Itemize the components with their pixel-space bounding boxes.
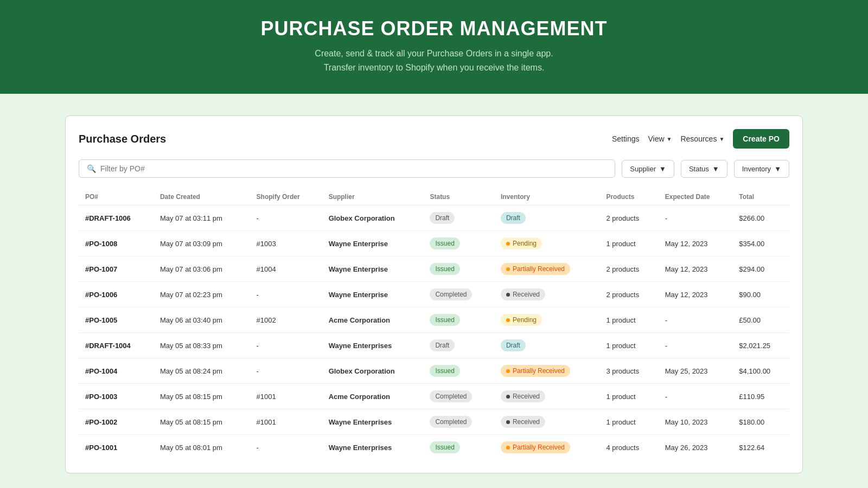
cell-supplier: Acme Corporation: [322, 307, 424, 333]
cell-supplier: Acme Corporation: [322, 384, 424, 409]
cell-supplier: Globex Corporation: [322, 358, 424, 384]
cell-po-num: #PO-1004: [79, 358, 154, 384]
cell-expected-date: May 26, 2023: [659, 435, 732, 460]
create-po-button[interactable]: Create PO: [733, 129, 789, 149]
view-chevron-icon: ▼: [667, 136, 672, 142]
cell-total: $4,100.00: [732, 358, 789, 384]
cell-status: Issued: [423, 256, 494, 282]
table-row[interactable]: #PO-1003 May 05 at 08:15 pm #1001 Acme C…: [79, 384, 789, 409]
cell-total: $90.00: [732, 282, 789, 307]
table-row[interactable]: #PO-1001 May 05 at 08:01 pm - Wayne Ente…: [79, 435, 789, 460]
cell-total: $2,021.25: [732, 333, 789, 358]
table-row[interactable]: #PO-1007 May 07 at 03:06 pm #1004 Wayne …: [79, 256, 789, 282]
resources-chevron-icon: ▼: [719, 136, 724, 142]
resources-dropdown[interactable]: Resources ▼: [680, 134, 724, 143]
cell-expected-date: May 12, 2023: [659, 256, 732, 282]
status-badge: Issued: [430, 314, 459, 326]
status-badge: Completed: [430, 390, 472, 402]
cell-date-created: May 07 at 02:23 pm: [154, 282, 250, 307]
cell-expected-date: May 12, 2023: [659, 282, 732, 307]
pending-dot: [506, 318, 510, 322]
cell-date-created: May 05 at 08:24 pm: [154, 358, 250, 384]
search-icon: 🔍: [87, 164, 96, 173]
cell-supplier: Wayne Enterprise: [322, 256, 424, 282]
col-po-num: PO#: [79, 189, 154, 206]
cell-inventory: Received: [494, 282, 599, 307]
table-row[interactable]: #DRAFT-1004 May 05 at 08:33 pm - Wayne E…: [79, 333, 789, 358]
cell-po-num: #PO-1007: [79, 256, 154, 282]
cell-shopify-order: -: [250, 282, 322, 307]
purchase-orders-card: Purchase Orders Settings View ▼ Resource…: [65, 115, 803, 473]
cell-supplier: Wayne Enterprise: [322, 231, 424, 256]
cell-expected-date: -: [659, 206, 732, 231]
cell-inventory: Partially Received: [494, 358, 599, 384]
cell-status: Completed: [423, 409, 494, 435]
cell-shopify-order: #1003: [250, 231, 322, 256]
col-status: Status: [423, 189, 494, 206]
cell-shopify-order: #1004: [250, 256, 322, 282]
card-header: Purchase Orders Settings View ▼ Resource…: [79, 129, 789, 149]
status-filter-button[interactable]: Status ▼: [681, 160, 727, 178]
cell-total: $294.00: [732, 256, 789, 282]
partially-received-dot: [506, 267, 510, 271]
table-row[interactable]: #PO-1008 May 07 at 03:09 pm #1003 Wayne …: [79, 231, 789, 256]
col-shopify-order: Shopify Order: [250, 189, 322, 206]
table-row[interactable]: #PO-1002 May 05 at 08:15 pm #1001 Wayne …: [79, 409, 789, 435]
cell-total: $354.00: [732, 231, 789, 256]
filter-row: 🔍 Supplier ▼ Status ▼ Inventory ▼: [79, 159, 789, 178]
view-dropdown[interactable]: View ▼: [648, 134, 672, 143]
supplier-filter-button[interactable]: Supplier ▼: [622, 160, 674, 178]
cell-status: Issued: [423, 307, 494, 333]
cell-inventory: Pending: [494, 231, 599, 256]
cell-shopify-order: #1001: [250, 409, 322, 435]
page-title: PURCHASE ORDER MANAGEMENT: [11, 17, 857, 40]
cell-po-num: #PO-1005: [79, 307, 154, 333]
table-row[interactable]: #PO-1005 May 06 at 03:40 pm #1002 Acme C…: [79, 307, 789, 333]
card-title: Purchase Orders: [79, 133, 166, 145]
cell-status: Issued: [423, 358, 494, 384]
inventory-badge: Pending: [501, 237, 542, 249]
col-products: Products: [599, 189, 658, 206]
search-input[interactable]: [100, 164, 607, 173]
cell-inventory: Draft: [494, 333, 599, 358]
table-row[interactable]: #PO-1006 May 07 at 02:23 pm - Wayne Ente…: [79, 282, 789, 307]
cell-products: 1 product: [599, 231, 658, 256]
cell-po-num: #PO-1008: [79, 231, 154, 256]
inventory-badge: Draft: [501, 212, 526, 224]
cell-shopify-order: -: [250, 358, 322, 384]
inventory-badge: Partially Received: [501, 365, 570, 377]
main-content: Purchase Orders Settings View ▼ Resource…: [0, 94, 868, 488]
cell-date-created: May 06 at 03:40 pm: [154, 307, 250, 333]
cell-shopify-order: -: [250, 435, 322, 460]
cell-total: $122.64: [732, 435, 789, 460]
cell-po-num: #DRAFT-1004: [79, 333, 154, 358]
cell-products: 1 product: [599, 409, 658, 435]
cell-expected-date: May 25, 2023: [659, 358, 732, 384]
cell-supplier: Globex Corporation: [322, 206, 424, 231]
cell-supplier: Wayne Enterprise: [322, 282, 424, 307]
settings-link[interactable]: Settings: [612, 134, 640, 143]
cell-po-num: #DRAFT-1006: [79, 206, 154, 231]
cell-total: £50.00: [732, 307, 789, 333]
cell-inventory: Draft: [494, 206, 599, 231]
cell-expected-date: -: [659, 333, 732, 358]
cell-status: Draft: [423, 333, 494, 358]
received-dot: [506, 420, 510, 424]
table-row[interactable]: #PO-1004 May 05 at 08:24 pm - Globex Cor…: [79, 358, 789, 384]
inventory-filter-button[interactable]: Inventory ▼: [734, 160, 789, 178]
table-row[interactable]: #DRAFT-1006 May 07 at 03:11 pm - Globex …: [79, 206, 789, 231]
status-badge: Completed: [430, 416, 472, 428]
cell-expected-date: -: [659, 307, 732, 333]
cell-inventory: Received: [494, 384, 599, 409]
cell-expected-date: May 10, 2023: [659, 409, 732, 435]
search-box: 🔍: [79, 159, 615, 178]
cell-supplier: Wayne Enterprises: [322, 333, 424, 358]
col-total: Total: [732, 189, 789, 206]
cell-shopify-order: #1002: [250, 307, 322, 333]
cell-status: Draft: [423, 206, 494, 231]
status-badge: Draft: [430, 339, 455, 351]
cell-inventory: Pending: [494, 307, 599, 333]
cell-status: Completed: [423, 282, 494, 307]
supplier-chevron-icon: ▼: [659, 165, 666, 173]
cell-po-num: #PO-1001: [79, 435, 154, 460]
